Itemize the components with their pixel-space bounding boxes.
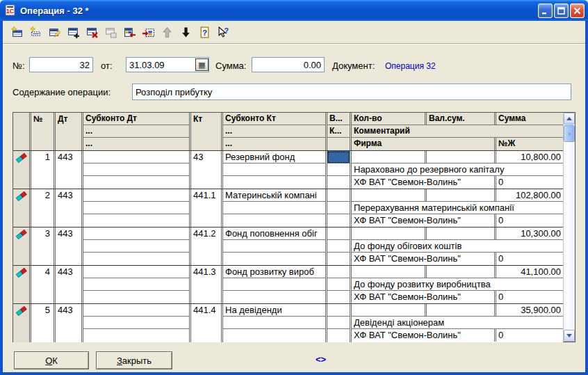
qty-cell[interactable] <box>352 151 427 163</box>
subkonto-kt-value[interactable]: Фонд розвитку вироб <box>223 266 325 278</box>
table-row[interactable]: 2 443 441.1 Материнській компані 102,800… <box>13 189 563 228</box>
comment-cell[interactable]: До фонду обігових коштів <box>352 240 563 253</box>
help-button[interactable]: ? <box>197 25 211 39</box>
comment-cell[interactable]: Перерахування материнській компанії <box>352 202 563 214</box>
debit-account-cell[interactable]: 443 <box>56 304 83 342</box>
sum-cell[interactable]: 102,800.00 <box>496 189 563 202</box>
qty-cell[interactable] <box>352 189 427 202</box>
credit-account-cell[interactable]: 43 <box>191 151 223 189</box>
subkonto-dt-cell[interactable] <box>83 228 191 265</box>
row-number-cell[interactable]: 3 <box>31 228 56 265</box>
nj-cell[interactable]: 0 <box>496 291 563 303</box>
currency-cell[interactable] <box>327 304 352 342</box>
move-down-button[interactable] <box>179 25 193 39</box>
scroll-thumb[interactable]: ≡ <box>564 125 575 142</box>
document-link[interactable]: Операция 32 <box>385 61 436 71</box>
sum-cell[interactable]: 41,100.00 <box>496 266 563 278</box>
context-help-button[interactable]: ? <box>216 25 230 39</box>
currency-cell[interactable] <box>327 266 352 303</box>
row-number-cell[interactable]: 4 <box>31 266 56 303</box>
qty-cell[interactable] <box>352 304 427 317</box>
amounts-block[interactable]: 102,800.00 Перерахування материнській ко… <box>352 189 563 227</box>
scroll-down-button[interactable] <box>564 330 575 342</box>
content-input[interactable] <box>132 83 571 100</box>
table-row[interactable]: 4 443 441.3 Фонд розвитку вироб 41,100.0… <box>13 266 563 304</box>
ok-button[interactable]: ОК <box>14 351 89 369</box>
credit-account-cell[interactable]: 441.4 <box>191 304 223 342</box>
amounts-block[interactable]: 41,100.00 До фонду розвитку виробництва … <box>352 266 563 303</box>
goto-posting-journal-button[interactable] <box>141 25 155 39</box>
scroll-up-button[interactable] <box>564 113 575 125</box>
splitter-indicator[interactable]: <> <box>316 354 326 365</box>
cur-sum-cell[interactable] <box>427 228 496 240</box>
close-button[interactable] <box>570 3 585 18</box>
qty-cell[interactable] <box>352 266 427 278</box>
active-cell[interactable] <box>327 151 350 163</box>
credit-account-cell[interactable]: 441.3 <box>191 266 223 303</box>
scroll-track[interactable] <box>564 142 575 330</box>
active-cell[interactable] <box>327 304 350 317</box>
table-row[interactable]: 1 443 43 Резервний фонд 10,800.00 Нарахо… <box>13 151 563 189</box>
nj-cell[interactable]: 0 <box>496 253 563 265</box>
nj-cell[interactable]: 0 <box>496 176 563 189</box>
subkonto-kt-cell[interactable]: Фонд розвитку вироб <box>223 266 327 303</box>
comment-cell[interactable]: До фонду розвитку виробництва <box>352 278 563 291</box>
currency-cell[interactable] <box>327 189 352 227</box>
subkonto-dt-cell[interactable] <box>83 266 191 303</box>
qty-cell[interactable] <box>352 228 427 240</box>
cur-sum-cell[interactable] <box>427 304 496 317</box>
subkonto-kt-value[interactable]: Резервний фонд <box>223 151 325 163</box>
minimize-button[interactable] <box>538 3 553 18</box>
firm-cell[interactable]: ХФ ВАТ "Свемон-Волинь" <box>352 253 496 265</box>
firm-cell[interactable]: ХФ ВАТ "Свемон-Волинь" <box>352 291 496 303</box>
subkonto-dt-cell[interactable] <box>83 304 191 342</box>
credit-account-cell[interactable]: 441.1 <box>191 189 223 227</box>
cur-sum-cell[interactable] <box>427 151 496 163</box>
subkonto-dt-cell[interactable] <box>83 151 191 189</box>
debit-account-cell[interactable]: 443 <box>56 266 83 303</box>
active-cell[interactable] <box>327 266 350 278</box>
sum-cell[interactable]: 10,300.00 <box>496 228 563 240</box>
currency-cell[interactable] <box>327 151 352 189</box>
subkonto-kt-value[interactable]: Материнській компані <box>223 189 325 202</box>
cur-sum-cell[interactable] <box>427 266 496 278</box>
table-row[interactable]: 3 443 441.2 Фонд поповнення обіг 10,300.… <box>13 228 563 266</box>
delete-posting-button[interactable] <box>85 25 99 39</box>
comment-cell[interactable]: Нараховано до резервного капіталу <box>352 163 563 176</box>
table-row[interactable]: 5 443 441.4 На девіденди 35,900.00 Девід… <box>13 304 563 342</box>
amounts-block[interactable]: 35,900.00 Девіденді акціонерам ХФ ВАТ "С… <box>352 304 563 342</box>
nj-cell[interactable]: 0 <box>496 214 563 227</box>
copy-posting-button[interactable] <box>66 25 80 39</box>
firm-cell[interactable]: ХФ ВАТ "Свемон-Волинь" <box>352 214 496 227</box>
credit-account-cell[interactable]: 441.2 <box>191 228 223 265</box>
subkonto-kt-cell[interactable]: Фонд поповнення обіг <box>223 228 327 265</box>
amounts-block[interactable]: 10,800.00 Нараховано до резервного капіт… <box>352 151 563 189</box>
currency-cell[interactable] <box>327 228 352 265</box>
subkonto-kt-cell[interactable]: На девіденди <box>223 304 327 342</box>
close-form-button[interactable]: Закрыть <box>96 351 172 369</box>
new-posting-button[interactable] <box>28 25 42 39</box>
nj-cell[interactable]: 0 <box>496 329 563 342</box>
subkonto-kt-value[interactable]: Фонд поповнення обіг <box>223 228 325 240</box>
active-cell[interactable] <box>327 189 350 202</box>
edit-operation-button[interactable] <box>47 25 61 39</box>
maximize-button[interactable] <box>554 3 569 18</box>
new-operation-button[interactable] <box>10 25 24 39</box>
row-number-cell[interactable]: 2 <box>31 189 56 227</box>
debit-account-cell[interactable]: 443 <box>56 151 83 189</box>
subkonto-kt-cell[interactable]: Резервний фонд <box>223 151 327 189</box>
vertical-scrollbar[interactable]: ≡ <box>563 113 575 342</box>
sum-input[interactable] <box>252 57 325 72</box>
subkonto-kt-value[interactable]: На девіденди <box>223 304 325 317</box>
cur-sum-cell[interactable] <box>427 189 496 202</box>
debit-account-cell[interactable]: 443 <box>56 189 83 227</box>
number-input[interactable] <box>29 57 93 72</box>
comment-cell[interactable]: Девіденді акціонерам <box>352 317 563 329</box>
operation-journal-button[interactable] <box>122 25 136 39</box>
sum-cell[interactable]: 35,900.00 <box>496 304 563 317</box>
firm-cell[interactable]: ХФ ВАТ "Свемон-Волинь" <box>352 176 496 189</box>
firm-cell[interactable]: ХФ ВАТ "Свемон-Волинь" <box>352 329 496 342</box>
active-cell[interactable] <box>327 228 350 240</box>
subkonto-kt-cell[interactable]: Материнській компані <box>223 189 327 227</box>
amounts-block[interactable]: 10,300.00 До фонду обігових коштів ХФ ВА… <box>352 228 563 265</box>
